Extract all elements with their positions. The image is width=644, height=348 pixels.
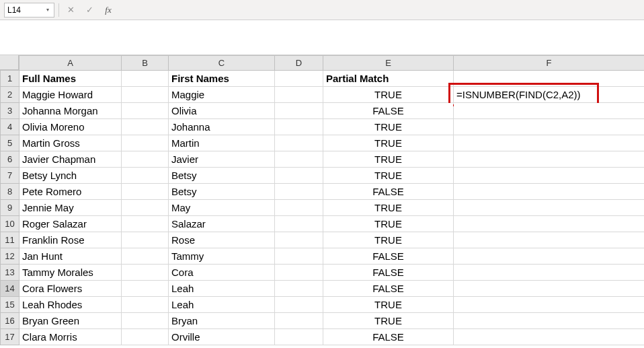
cell[interactable]: Orville	[169, 329, 275, 345]
cell[interactable]	[454, 71, 645, 87]
cell[interactable]	[122, 281, 169, 297]
row-header[interactable]: 15	[1, 297, 19, 313]
cell[interactable]: Clara Morris	[19, 329, 122, 345]
row-header[interactable]: 2	[1, 87, 19, 103]
cell[interactable]: FALSE	[323, 184, 454, 200]
cell[interactable]: FALSE	[323, 103, 454, 119]
cell[interactable]: Johanna	[169, 119, 275, 135]
cell[interactable]: Tammy	[169, 248, 275, 265]
row-header[interactable]: 7	[1, 168, 19, 184]
row-header[interactable]: 12	[1, 248, 19, 265]
cell[interactable]	[122, 184, 169, 200]
cell[interactable]: Javier Chapman	[19, 151, 122, 168]
cell[interactable]	[122, 232, 169, 248]
cell[interactable]: Franklin Rose	[19, 232, 122, 248]
cell[interactable]	[122, 313, 169, 329]
cell[interactable]: TRUE	[323, 151, 454, 168]
cancel-icon[interactable]: ✕	[63, 3, 78, 18]
cell[interactable]	[275, 135, 323, 151]
cell[interactable]	[122, 151, 169, 168]
row-header[interactable]: 11	[1, 232, 19, 248]
cell[interactable]	[275, 151, 323, 168]
cell[interactable]: Partial Match	[323, 71, 454, 87]
cell[interactable]	[275, 313, 323, 329]
cell[interactable]: Maggie Howard	[19, 87, 122, 103]
cell[interactable]	[454, 103, 645, 119]
cell[interactable]	[122, 87, 169, 103]
cell[interactable]	[454, 200, 645, 216]
cell[interactable]	[454, 216, 645, 232]
cell[interactable]	[275, 232, 323, 248]
row-header[interactable]: 14	[1, 281, 19, 297]
col-header-A[interactable]: A	[19, 56, 122, 71]
cell[interactable]	[275, 281, 323, 297]
cell[interactable]	[454, 329, 645, 345]
cell[interactable]	[275, 248, 323, 265]
cell[interactable]	[275, 168, 323, 184]
cell[interactable]	[122, 103, 169, 119]
cell[interactable]: TRUE	[323, 87, 454, 103]
fx-icon[interactable]: fx	[101, 3, 116, 18]
cell[interactable]: Leah	[169, 281, 275, 297]
cell[interactable]	[122, 200, 169, 216]
cell[interactable]: First Names	[169, 71, 275, 87]
row-header[interactable]: 8	[1, 184, 19, 200]
cell[interactable]	[454, 297, 645, 313]
cell[interactable]	[122, 168, 169, 184]
cell[interactable]	[454, 119, 645, 135]
cell[interactable]	[454, 135, 645, 151]
dropdown-caret-icon[interactable]: ▾	[44, 7, 51, 13]
cell[interactable]	[454, 281, 645, 297]
cell[interactable]: Full Names	[19, 71, 122, 87]
cell[interactable]: TRUE	[323, 168, 454, 184]
row-header[interactable]: 3	[1, 103, 19, 119]
cell[interactable]: Jennie May	[19, 200, 122, 216]
cell[interactable]: Johanna Morgan	[19, 103, 122, 119]
cell[interactable]: TRUE	[323, 216, 454, 232]
cell[interactable]: FALSE	[323, 265, 454, 281]
cell[interactable]: Martin	[169, 135, 275, 151]
cell[interactable]: May	[169, 200, 275, 216]
cell[interactable]: TRUE	[323, 297, 454, 313]
cell[interactable]	[275, 329, 323, 345]
row-header[interactable]: 4	[1, 119, 19, 135]
cell[interactable]: Roger Salazar	[19, 216, 122, 232]
cell[interactable]: Olivia Moreno	[19, 119, 122, 135]
cell[interactable]	[275, 216, 323, 232]
cell[interactable]	[454, 151, 645, 168]
cell[interactable]	[275, 103, 323, 119]
formula-input[interactable]	[120, 3, 640, 18]
cell[interactable]: TRUE	[323, 119, 454, 135]
cell[interactable]: Betsy	[169, 168, 275, 184]
cell[interactable]: TRUE	[323, 313, 454, 329]
cell[interactable]	[275, 200, 323, 216]
cell[interactable]	[275, 297, 323, 313]
cell[interactable]: Leah	[169, 297, 275, 313]
col-header-B[interactable]: B	[122, 56, 169, 71]
cell[interactable]: TRUE	[323, 135, 454, 151]
cell[interactable]	[122, 248, 169, 265]
cell[interactable]: FALSE	[323, 248, 454, 265]
name-box[interactable]: L14 ▾	[4, 3, 54, 18]
cell[interactable]: Rose	[169, 232, 275, 248]
col-header-D[interactable]: D	[275, 56, 323, 71]
cell[interactable]	[122, 119, 169, 135]
cell[interactable]	[122, 265, 169, 281]
cell[interactable]: Olivia	[169, 103, 275, 119]
cell[interactable]: Betsy	[169, 184, 275, 200]
cell[interactable]: Tammy Morales	[19, 265, 122, 281]
cell[interactable]: Javier	[169, 151, 275, 168]
row-header[interactable]: 10	[1, 216, 19, 232]
cell[interactable]: Martin Gross	[19, 135, 122, 151]
cell[interactable]	[122, 297, 169, 313]
cell[interactable]	[454, 265, 645, 281]
cell[interactable]: Bryan	[169, 313, 275, 329]
row-header[interactable]: 1	[1, 71, 19, 87]
cell[interactable]	[275, 71, 323, 87]
cell[interactable]	[275, 87, 323, 103]
cell[interactable]	[122, 71, 169, 87]
cell[interactable]: Jan Hunt	[19, 248, 122, 265]
row-header[interactable]: 9	[1, 200, 19, 216]
cell[interactable]: Salazar	[169, 216, 275, 232]
select-all-corner[interactable]	[0, 55, 19, 70]
